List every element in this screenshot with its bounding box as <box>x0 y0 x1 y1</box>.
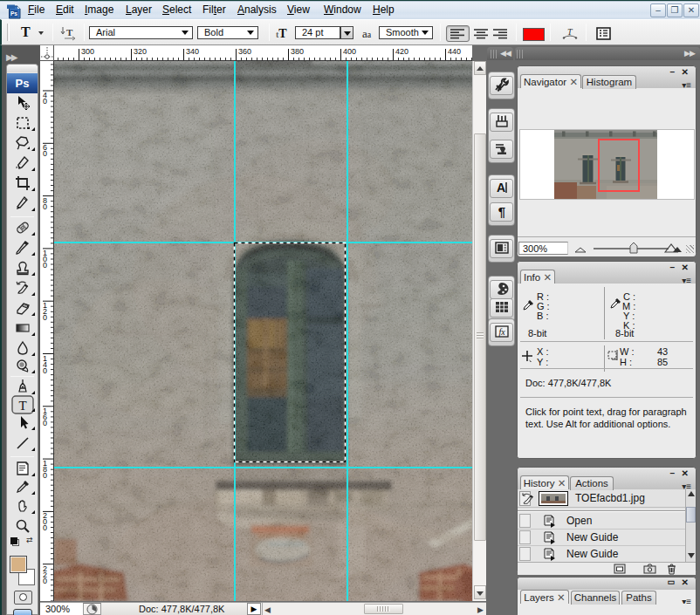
svg-text:380: 380 <box>291 47 304 56</box>
svg-text:0: 0 <box>43 523 47 532</box>
svg-text:0: 0 <box>43 97 47 106</box>
svg-text:fx: fx <box>498 327 505 337</box>
svg-text:0: 0 <box>43 471 47 480</box>
svg-text:0: 0 <box>43 419 47 427</box>
svg-text:440: 440 <box>448 47 461 56</box>
svg-text:¶: ¶ <box>498 204 504 219</box>
svg-text:420: 420 <box>395 47 408 56</box>
svg-text:T: T <box>18 399 26 413</box>
svg-text:Ps: Ps <box>10 10 17 17</box>
svg-text:T: T <box>66 27 73 38</box>
svg-text:T: T <box>567 27 573 37</box>
svg-text:340: 340 <box>186 47 199 56</box>
svg-text:0: 0 <box>43 313 47 322</box>
svg-text:300: 300 <box>81 47 94 56</box>
svg-text:0: 0 <box>43 366 47 375</box>
svg-text:0: 0 <box>43 149 47 158</box>
svg-text:0: 0 <box>43 202 47 211</box>
svg-text:360: 360 <box>238 47 251 56</box>
svg-text:0: 0 <box>43 261 47 270</box>
svg-text:400: 400 <box>343 47 356 56</box>
svg-text:0: 0 <box>43 577 47 585</box>
svg-text:A: A <box>496 181 504 195</box>
svg-text:320: 320 <box>134 47 147 56</box>
